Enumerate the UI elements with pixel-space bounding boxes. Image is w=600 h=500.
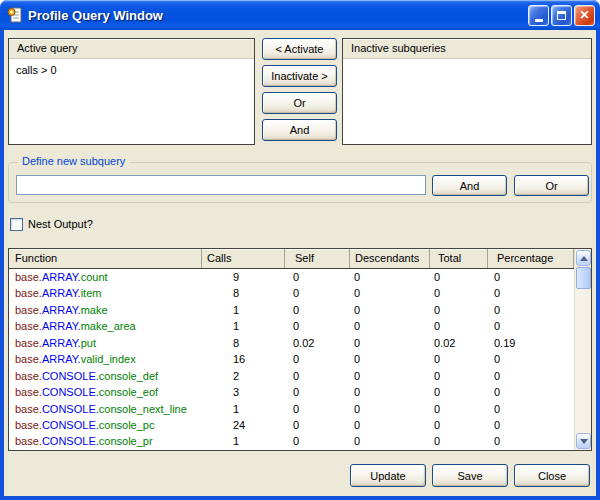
activate-button[interactable]: < Activate (262, 38, 337, 60)
titlebar-buttons: ✕ (528, 5, 595, 26)
and-combine-button[interactable]: And (262, 119, 337, 141)
client-area: Active query calls > 0 < Activate Inacti… (4, 30, 596, 496)
column-header-function[interactable]: Function (9, 249, 202, 268)
value-cell: 24 (202, 417, 285, 433)
value-cell: 3 (202, 384, 285, 400)
close-dialog-button[interactable]: Close (514, 464, 590, 487)
table-row[interactable]: base.ARRAY.count90000 (9, 269, 574, 285)
feature-name: make_area (81, 320, 136, 332)
scroll-up-icon (580, 256, 588, 261)
table-row[interactable]: base.ARRAY.make10000 (9, 302, 574, 318)
table-row[interactable]: base.ARRAY.make_area10000 (9, 318, 574, 334)
value-cell: 0 (285, 285, 350, 301)
cluster-name: base. (15, 419, 42, 431)
table-row[interactable]: base.CONSOLE.console_next_line10000 (9, 401, 574, 417)
table-row[interactable]: base.CONSOLE.console_eof30000 (9, 384, 574, 400)
subquery-and-button[interactable]: And (432, 175, 507, 196)
column-header-self[interactable]: Self (285, 249, 350, 268)
table-row[interactable]: base.ARRAY.valid_index160000 (9, 351, 574, 367)
value-cell: 0 (430, 302, 488, 318)
feature-name: console_next_line (99, 403, 187, 415)
value-cell: 8 (202, 285, 285, 301)
value-cell: 0 (285, 351, 350, 367)
function-cell: base.ARRAY.count (9, 269, 202, 285)
active-query-item[interactable]: calls > 0 (9, 60, 254, 76)
value-cell: 0.19 (488, 335, 574, 351)
value-cell: 0 (488, 269, 574, 285)
value-cell: 0 (488, 351, 574, 367)
table-row[interactable]: base.CONSOLE.console_pc240000 (9, 417, 574, 433)
function-cell: base.ARRAY.valid_index (9, 351, 202, 367)
class-name: ARRAY. (42, 271, 81, 283)
scroll-down-icon (580, 439, 588, 444)
inactivate-button[interactable]: Inactivate > (262, 65, 337, 87)
function-cell: base.ARRAY.item (9, 285, 202, 301)
feature-name: count (81, 271, 108, 283)
function-cell: base.CONSOLE.console_next_line (9, 401, 202, 417)
value-cell: 0 (488, 318, 574, 334)
minimize-button[interactable] (528, 5, 549, 26)
active-query-list[interactable]: calls > 0 (9, 60, 254, 144)
value-cell: 0 (430, 433, 488, 449)
column-header-descendants[interactable]: Descendants (350, 249, 430, 268)
results-table: Function Calls Self Descendants Total Pe… (8, 248, 592, 451)
maximize-button[interactable] (551, 5, 572, 26)
close-window-button[interactable]: ✕ (574, 5, 595, 26)
inactive-subqueries-list[interactable] (343, 60, 591, 144)
feature-name: put (81, 337, 96, 349)
class-name: CONSOLE. (42, 403, 99, 415)
cluster-name: base. (15, 370, 42, 382)
subquery-input[interactable] (16, 175, 426, 195)
inactive-subqueries-header[interactable]: Inactive subqueries (343, 39, 591, 59)
function-cell: base.ARRAY.make_area (9, 318, 202, 334)
close-icon: ✕ (579, 9, 589, 21)
or-combine-button[interactable]: Or (262, 92, 337, 114)
table-row[interactable]: base.ARRAY.item80000 (9, 285, 574, 301)
value-cell: 0 (350, 384, 430, 400)
feature-name: console_pr (99, 435, 153, 447)
class-name: ARRAY. (42, 320, 81, 332)
scroll-down-button[interactable] (576, 433, 591, 449)
value-cell: 0 (285, 433, 350, 449)
table-row[interactable]: base.ARRAY.put80.0200.020.19 (9, 335, 574, 351)
feature-name: console_pc (99, 419, 155, 431)
function-cell: base.CONSOLE.console_pc (9, 417, 202, 433)
subquery-or-button[interactable]: Or (514, 175, 589, 196)
value-cell: 1 (202, 302, 285, 318)
active-query-panel: Active query calls > 0 (8, 38, 255, 145)
value-cell: 0 (350, 433, 430, 449)
active-query-header[interactable]: Active query (9, 39, 254, 59)
value-cell: 0 (430, 417, 488, 433)
function-cell: base.ARRAY.put (9, 335, 202, 351)
column-header-total[interactable]: Total (430, 249, 488, 268)
nest-output-checkbox[interactable] (10, 218, 23, 231)
table-row[interactable]: base.CONSOLE.console_pr10000 (9, 433, 574, 449)
value-cell: 0 (350, 417, 430, 433)
value-cell: 0 (488, 417, 574, 433)
value-cell: 0 (488, 433, 574, 449)
value-cell: 0 (285, 384, 350, 400)
value-cell: 0 (430, 318, 488, 334)
scroll-up-button[interactable] (576, 250, 591, 266)
value-cell: 0 (350, 302, 430, 318)
value-cell: 0 (285, 269, 350, 285)
class-name: ARRAY. (42, 287, 81, 299)
save-button[interactable]: Save (432, 464, 508, 487)
table-row[interactable]: base.CONSOLE.console_def20000 (9, 368, 574, 384)
value-cell: 0.02 (430, 335, 488, 351)
scroll-thumb[interactable] (576, 267, 591, 289)
title-bar[interactable]: Profile Query Window ✕ (0, 0, 600, 30)
value-cell: 0 (285, 318, 350, 334)
value-cell: 0 (430, 351, 488, 367)
value-cell: 0 (350, 285, 430, 301)
value-cell: 1 (202, 318, 285, 334)
cluster-name: base. (15, 320, 42, 332)
column-header-percentage[interactable]: Percentage (488, 249, 574, 268)
value-cell: 0 (488, 401, 574, 417)
update-button[interactable]: Update (350, 464, 426, 487)
value-cell: 0.02 (285, 335, 350, 351)
vertical-scrollbar[interactable] (574, 249, 591, 450)
value-cell: 2 (202, 368, 285, 384)
class-name: ARRAY. (42, 304, 81, 316)
column-header-calls[interactable]: Calls (202, 249, 285, 268)
